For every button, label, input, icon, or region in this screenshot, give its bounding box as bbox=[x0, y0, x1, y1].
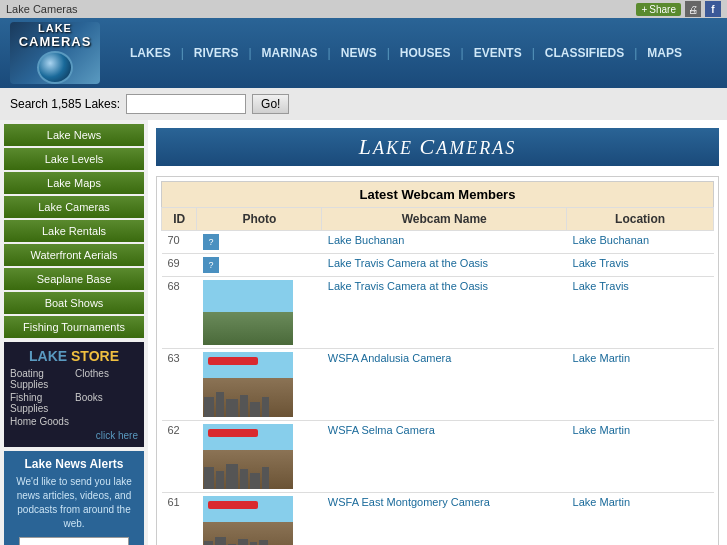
row-photo bbox=[197, 493, 322, 546]
building bbox=[259, 540, 268, 545]
search-bar: Search 1,585 Lakes: Go! bbox=[0, 88, 727, 120]
sidebar-item-lake-cameras[interactable]: Lake Cameras bbox=[4, 196, 144, 218]
lake-store-title: LAKE STORE bbox=[10, 348, 138, 364]
building bbox=[240, 469, 248, 489]
building bbox=[204, 541, 213, 545]
photo-icon[interactable]: ? bbox=[203, 257, 219, 273]
webcam-tbody: 70 ? Lake Buchanan Lake Buchanan 69 bbox=[162, 231, 714, 546]
camera-thumbnail[interactable] bbox=[203, 496, 293, 545]
nav-item-events[interactable]: EVENTS bbox=[464, 46, 532, 60]
row-location: Lake Travis bbox=[567, 277, 714, 349]
print-button[interactable]: 🖨 bbox=[685, 1, 701, 17]
location-link[interactable]: Lake Martin bbox=[573, 496, 630, 508]
sidebar-item-waterfront-aerials[interactable]: Waterfront Aerials bbox=[4, 244, 144, 266]
top-bar-actions: + Share 🖨 f bbox=[636, 1, 721, 17]
building bbox=[204, 397, 214, 417]
building bbox=[262, 467, 269, 489]
row-photo: ? bbox=[197, 254, 322, 277]
col-name: Webcam Name bbox=[322, 208, 567, 231]
sidebar-item-lake-news[interactable]: Lake News bbox=[4, 124, 144, 146]
webcam-name-link[interactable]: WSFA East Montgomery Camera bbox=[328, 496, 490, 508]
building bbox=[240, 395, 248, 417]
row-location: Lake Martin bbox=[567, 349, 714, 421]
camera-thumbnail[interactable] bbox=[203, 424, 293, 489]
logo[interactable]: LAKE CAMERAS bbox=[10, 22, 100, 84]
header: LAKE CAMERAS LAKES | RIVERS | MARINAS | … bbox=[0, 18, 727, 88]
search-input[interactable] bbox=[126, 94, 246, 114]
share-label: Share bbox=[649, 4, 676, 15]
nav-item-news[interactable]: NEWS bbox=[331, 46, 387, 60]
table-row: 69 ? Lake Travis Camera at the Oasis Lak… bbox=[162, 254, 714, 277]
news-alerts-text: We'd like to send you lake news articles… bbox=[10, 475, 138, 531]
sky-image bbox=[203, 280, 293, 345]
nav-item-marinas[interactable]: MARINAS bbox=[252, 46, 328, 60]
nav-item-maps[interactable]: MAPS bbox=[637, 46, 692, 60]
table-row: 68 Lake Travis Camera at the Oasis Lake … bbox=[162, 277, 714, 349]
row-photo bbox=[197, 349, 322, 421]
photo-icon[interactable]: ? bbox=[203, 234, 219, 250]
col-photo: Photo bbox=[197, 208, 322, 231]
page-title: LAKE CAMERAS bbox=[359, 138, 516, 158]
webcam-name-link[interactable]: Lake Travis Camera at the Oasis bbox=[328, 280, 488, 292]
nav-item-rivers[interactable]: RIVERS bbox=[184, 46, 249, 60]
nav-item-classifieds[interactable]: CLASSIFIEDS bbox=[535, 46, 634, 60]
location-link[interactable]: Lake Buchanan bbox=[573, 234, 649, 246]
store-item-books: Books bbox=[75, 392, 138, 414]
row-id: 62 bbox=[162, 421, 197, 493]
webcam-table-container: Latest Webcam Members ID Photo Webcam Na… bbox=[156, 176, 719, 545]
col-id: ID bbox=[162, 208, 197, 231]
building bbox=[226, 399, 238, 417]
sidebar: Lake News Lake Levels Lake Maps Lake Cam… bbox=[0, 120, 148, 545]
logo-cameras-text: CAMERAS bbox=[19, 34, 92, 49]
location-link[interactable]: Lake Travis bbox=[573, 280, 629, 292]
sidebar-item-seaplane-base[interactable]: Seaplane Base bbox=[4, 268, 144, 290]
window-title: Lake Cameras bbox=[6, 3, 78, 15]
nav-item-lakes[interactable]: LAKES bbox=[120, 46, 181, 60]
building bbox=[204, 467, 214, 489]
webcam-name-link[interactable]: Lake Travis Camera at the Oasis bbox=[328, 257, 488, 269]
lake-store[interactable]: LAKE STORE Boating Supplies Clothes Fish… bbox=[4, 342, 144, 447]
row-photo: ? bbox=[197, 231, 322, 254]
page-title-banner: LAKE CAMERAS bbox=[156, 128, 719, 166]
location-link[interactable]: Lake Martin bbox=[573, 352, 630, 364]
row-id: 69 bbox=[162, 254, 197, 277]
row-id: 61 bbox=[162, 493, 197, 546]
row-location: Lake Buchanan bbox=[567, 231, 714, 254]
row-name: WSFA Selma Camera bbox=[322, 421, 567, 493]
row-photo bbox=[197, 421, 322, 493]
building bbox=[216, 471, 224, 489]
sidebar-item-lake-rentals[interactable]: Lake Rentals bbox=[4, 220, 144, 242]
content-area: LAKE CAMERAS Latest Webcam Members ID Ph… bbox=[148, 120, 727, 545]
logo-lake-text: LAKE bbox=[38, 22, 72, 34]
share-button[interactable]: + Share bbox=[636, 3, 681, 16]
webcam-name-link[interactable]: WSFA Selma Camera bbox=[328, 424, 435, 436]
building bbox=[250, 402, 260, 417]
webcam-name-link[interactable]: Lake Buchanan bbox=[328, 234, 404, 246]
row-name: WSFA East Montgomery Camera bbox=[322, 493, 567, 546]
camera-thumbnail[interactable] bbox=[203, 352, 293, 417]
sidebar-item-lake-maps[interactable]: Lake Maps bbox=[4, 172, 144, 194]
store-item-clothes: Clothes bbox=[75, 368, 138, 390]
logo-lens bbox=[37, 51, 73, 84]
sidebar-item-lake-levels[interactable]: Lake Levels bbox=[4, 148, 144, 170]
camera-thumbnail[interactable] bbox=[203, 280, 293, 345]
webcam-name-link[interactable]: WSFA Andalusia Camera bbox=[328, 352, 452, 364]
news-alerts-box: Lake News Alerts We'd like to send you l… bbox=[4, 451, 144, 545]
sidebar-item-fishing-tournaments[interactable]: Fishing Tournaments bbox=[4, 316, 144, 338]
location-link[interactable]: Lake Travis bbox=[573, 257, 629, 269]
nav-item-houses[interactable]: HOUSES bbox=[390, 46, 461, 60]
location-link[interactable]: Lake Martin bbox=[573, 424, 630, 436]
building bbox=[215, 537, 226, 545]
search-label: Search 1,585 Lakes: bbox=[10, 97, 120, 111]
search-go-button[interactable]: Go! bbox=[252, 94, 289, 114]
table-row: 63 bbox=[162, 349, 714, 421]
row-id: 70 bbox=[162, 231, 197, 254]
email-input[interactable] bbox=[19, 537, 129, 545]
sidebar-item-boat-shows[interactable]: Boat Shows bbox=[4, 292, 144, 314]
row-id: 68 bbox=[162, 277, 197, 349]
store-store-word: STORE bbox=[71, 348, 119, 364]
facebook-button[interactable]: f bbox=[705, 1, 721, 17]
click-here-link[interactable]: click here bbox=[10, 430, 138, 441]
top-bar: Lake Cameras + Share 🖨 f bbox=[0, 0, 727, 18]
store-item-home: Home Goods bbox=[10, 416, 73, 427]
